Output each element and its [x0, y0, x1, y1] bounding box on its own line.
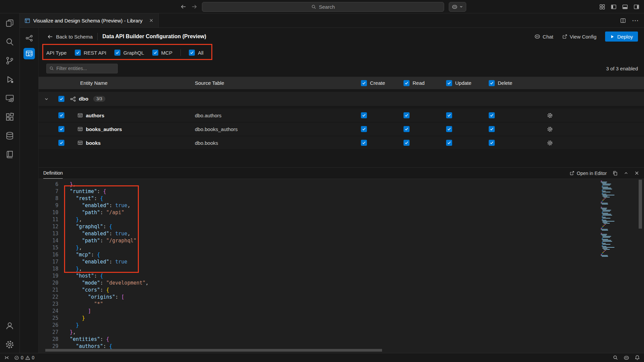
minimap-line — [602, 245, 603, 246]
database-icon[interactable] — [5, 131, 14, 140]
operation-checkbox[interactable] — [446, 126, 452, 132]
row-select-checkbox[interactable] — [58, 126, 64, 132]
remote-window-icon[interactable] — [4, 355, 9, 360]
minimap-line — [603, 251, 605, 252]
minimap[interactable] — [600, 180, 637, 353]
api-option-graphql[interactable]: GraphQL — [114, 50, 144, 56]
extensions-icon[interactable] — [5, 113, 14, 121]
zoom-icon[interactable] — [613, 355, 618, 360]
chevron-expand-icon[interactable] — [44, 97, 49, 102]
tab-close-icon[interactable] — [149, 18, 154, 23]
collapse-panel-icon[interactable] — [624, 171, 629, 176]
view-config-button[interactable]: View Config — [562, 34, 597, 40]
read-all-checkbox[interactable] — [404, 80, 410, 86]
forward-arrow-icon[interactable] — [191, 4, 197, 10]
chat-button[interactable]: Chat — [534, 34, 553, 40]
editor-tab-bar: Visualize and Design Schema (Preview) - … — [20, 13, 644, 28]
api-option-checkbox[interactable] — [189, 50, 195, 56]
line-number: 21 — [39, 287, 58, 294]
row-settings-gear-icon[interactable] — [547, 113, 553, 118]
definition-editor[interactable]: 6789101112131415161718192021222324252627… — [39, 179, 644, 353]
filter-entities-field[interactable] — [56, 66, 117, 71]
api-option-rest-api[interactable]: REST API — [75, 50, 106, 56]
operation-checkbox[interactable] — [361, 112, 367, 118]
copy-icon[interactable] — [612, 171, 618, 176]
table-spacer — [39, 150, 644, 167]
minimap-line — [602, 230, 608, 231]
code-line: } — [64, 322, 644, 329]
search-placeholder: Search — [319, 4, 335, 10]
run-debug-icon[interactable] — [5, 75, 14, 84]
schema-view-button[interactable] — [23, 33, 35, 44]
api-option-checkbox[interactable] — [114, 50, 120, 56]
copilot-menu-button[interactable] — [449, 2, 466, 12]
explorer-icon[interactable] — [5, 19, 14, 27]
operation-checkbox[interactable] — [404, 126, 410, 132]
row-settings-gear-icon[interactable] — [547, 140, 553, 146]
code-line: "host": { — [64, 273, 644, 280]
back-to-schema-label: Back to Schema — [56, 34, 93, 40]
column-delete: Delete — [486, 80, 529, 86]
toggle-sidebar-left-icon[interactable] — [611, 4, 616, 10]
source-control-icon[interactable] — [5, 56, 14, 65]
split-editor-icon[interactable] — [620, 18, 626, 23]
customize-layout-icon[interactable] — [599, 4, 605, 10]
back-arrow-icon[interactable] — [180, 4, 186, 10]
data-api-builder-button[interactable] — [23, 48, 35, 59]
settings-gear-icon[interactable] — [5, 340, 14, 349]
minimap-line — [602, 236, 611, 237]
account-icon[interactable] — [5, 321, 14, 330]
remote-explorer-icon[interactable] — [5, 94, 14, 103]
back-to-schema-button[interactable]: Back to Schema — [47, 34, 93, 40]
schema-group-name: dbo — [79, 96, 88, 102]
api-option-checkbox[interactable] — [152, 50, 158, 56]
api-option-checkbox[interactable] — [75, 50, 81, 56]
update-all-checkbox[interactable] — [446, 80, 452, 86]
create-all-checkbox[interactable] — [361, 80, 367, 86]
operation-checkbox[interactable] — [404, 140, 410, 146]
operation-checkbox[interactable] — [446, 140, 452, 146]
search-input[interactable]: Search — [202, 2, 444, 12]
operation-checkbox[interactable] — [361, 126, 367, 132]
api-option-mcp[interactable]: MCP — [152, 50, 172, 56]
copilot-status-icon[interactable] — [624, 355, 629, 361]
filter-search-icon — [49, 66, 54, 71]
operation-checkbox[interactable] — [489, 112, 495, 118]
row-select-checkbox[interactable] — [58, 112, 64, 118]
operation-checkbox[interactable] — [446, 112, 452, 118]
api-option-all[interactable]: All — [189, 50, 204, 56]
operation-checkbox[interactable] — [404, 112, 410, 118]
divider — [180, 49, 181, 56]
schema-group-row[interactable]: dbo 3/3 — [39, 92, 644, 106]
group-select-checkbox[interactable] — [58, 96, 64, 102]
tab-title: Visualize and Design Schema (Preview) - … — [33, 18, 143, 23]
api-type-row: API Type REST APIGraphQLMCPAll — [39, 45, 644, 60]
row-select-checkbox[interactable] — [58, 140, 64, 146]
search-sidebar-icon[interactable] — [5, 38, 14, 46]
line-number: 19 — [39, 273, 58, 280]
minimap-line — [602, 244, 610, 245]
toggle-panel-icon[interactable] — [622, 4, 628, 10]
entity-rows: authorsdbo.authorsbooks_authorsdbo.books… — [39, 109, 644, 150]
schema-icon — [70, 96, 76, 102]
close-panel-icon[interactable] — [634, 171, 639, 176]
filter-entities-input[interactable] — [46, 64, 118, 73]
operation-checkbox[interactable] — [489, 140, 495, 146]
deploy-label: Deploy — [617, 34, 633, 40]
tab-visualize-design-schema[interactable]: Visualize and Design Schema (Preview) - … — [20, 13, 159, 27]
toggle-sidebar-right-icon[interactable] — [634, 4, 639, 10]
source-table: dbo.books — [193, 140, 358, 146]
book-icon[interactable] — [5, 150, 14, 159]
vertical-scrollbar[interactable] — [639, 180, 642, 229]
open-in-editor-button[interactable]: Open in Editor — [570, 171, 607, 176]
problems-indicator[interactable]: 0 0 — [14, 355, 35, 360]
deploy-button[interactable]: Deploy — [605, 32, 638, 42]
operation-checkbox[interactable] — [361, 140, 367, 146]
delete-all-checkbox[interactable] — [489, 80, 495, 86]
more-actions-icon[interactable]: ⋯ — [632, 19, 639, 22]
operation-checkbox[interactable] — [489, 126, 495, 132]
row-settings-gear-icon[interactable] — [547, 126, 553, 132]
table-icon — [77, 126, 83, 132]
notifications-bell-icon[interactable] — [635, 355, 640, 360]
horizontal-scrollbar[interactable] — [45, 349, 382, 352]
